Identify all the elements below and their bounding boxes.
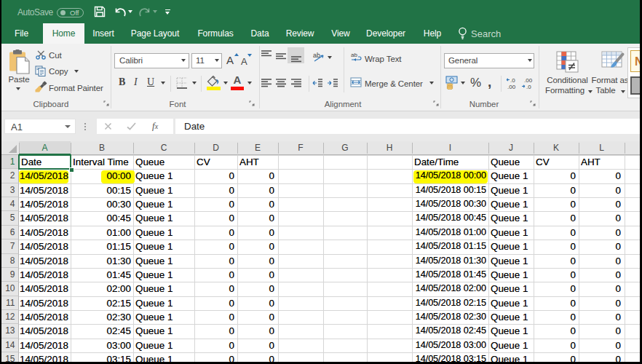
svg-text:.00: .00 — [524, 77, 533, 84]
svg-text:ab: ab — [351, 52, 357, 58]
svg-text:.0: .0 — [510, 77, 515, 84]
svg-text:.00: .00 — [507, 84, 516, 90]
svg-text:.0: .0 — [526, 84, 531, 90]
